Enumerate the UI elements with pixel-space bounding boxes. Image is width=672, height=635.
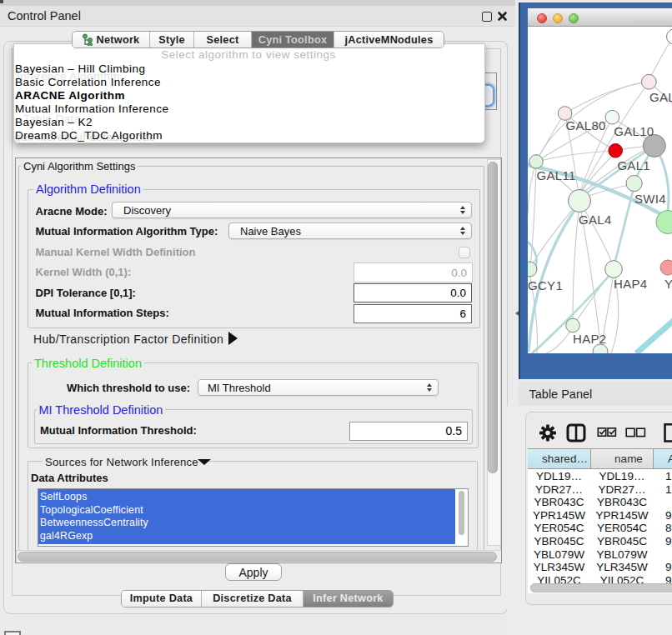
- svg-text:SWI4: SWI4: [634, 192, 666, 206]
- svg-text:GCY1: GCY1: [528, 278, 563, 292]
- svg-text:GAL4: GAL4: [579, 212, 612, 227]
- svg-text:GAL80: GAL80: [566, 118, 606, 132]
- svg-text:GAL2: GAL2: [649, 90, 672, 104]
- svg-text:GAL1: GAL1: [617, 158, 650, 172]
- svg-text:HAP4: HAP4: [614, 277, 647, 291]
- svg-text:GAL11: GAL11: [537, 168, 576, 182]
- svg-text:YM: YM: [664, 277, 672, 291]
- svg-text:GAL10: GAL10: [614, 124, 654, 138]
- svg-text:HAP2: HAP2: [573, 332, 606, 346]
